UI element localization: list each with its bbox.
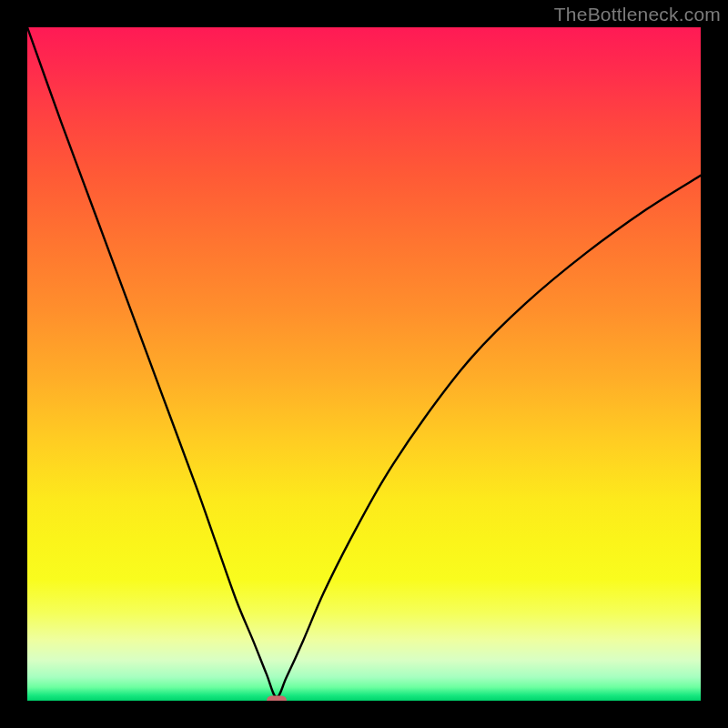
plot-area: [27, 27, 701, 701]
watermark-text: TheBottleneck.com: [554, 4, 721, 25]
bottleneck-curve: [27, 27, 701, 701]
optimum-marker: [267, 696, 287, 702]
chart-frame: TheBottleneck.com: [0, 0, 728, 728]
